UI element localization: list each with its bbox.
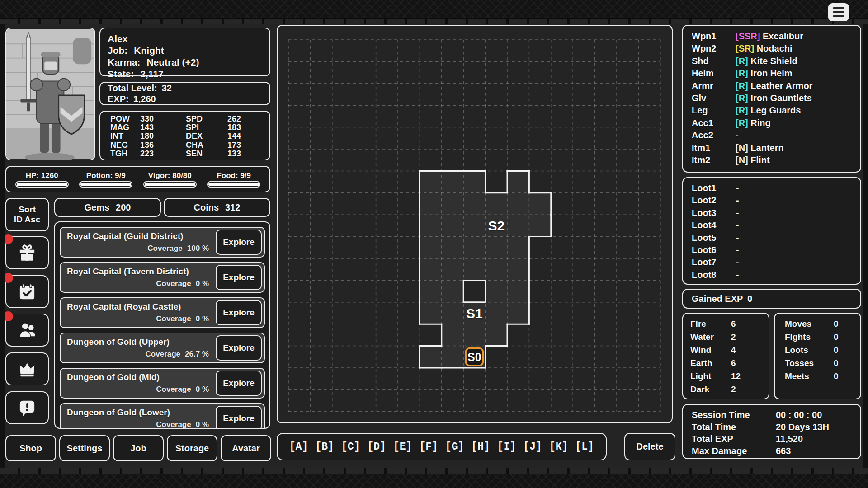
sort-button[interactable]: Sort ID Asc (5, 198, 49, 231)
rarity-tag: [SR] (736, 43, 754, 53)
map-tile (442, 237, 463, 258)
slot-h[interactable]: [H] (472, 441, 490, 453)
loot-slot: Loot1 (692, 182, 736, 194)
rarity-tag: [SSR] (736, 31, 760, 41)
stat-name: POW (110, 115, 140, 123)
map-tile (442, 258, 463, 280)
slot-d[interactable]: [D] (368, 441, 386, 453)
stat-name: TGH (110, 150, 140, 158)
job-button[interactable]: Job (113, 435, 164, 461)
stat-value: 143 (140, 123, 186, 132)
loot-value: - (736, 194, 739, 206)
element-name: Light (690, 370, 731, 383)
map-tile (486, 302, 507, 324)
rank-button[interactable] (5, 352, 49, 385)
element-value: 6 (731, 357, 736, 370)
max-damage-label: Max Damage (692, 445, 776, 457)
avatar-label: Avatar (232, 443, 260, 454)
total-time-label: Total Time (692, 421, 776, 433)
coins-button[interactable]: Coins 312 (164, 198, 270, 217)
stat-value: 183 (227, 123, 259, 132)
gems-button[interactable]: Gems 200 (54, 198, 161, 217)
slot-e[interactable]: [E] (393, 441, 412, 453)
karma-value: Neutral (+2) (146, 56, 199, 68)
map-tile (463, 324, 485, 346)
stat-name: DEX (186, 132, 227, 141)
equip-slot: Itm2 (692, 154, 736, 166)
daily-button[interactable] (5, 275, 49, 308)
alert-button[interactable] (5, 391, 49, 424)
gift-button[interactable] (5, 236, 49, 269)
coverage-label: Coverage (156, 279, 191, 288)
slot-j[interactable]: [J] (524, 441, 542, 453)
explore-button[interactable]: Explore (216, 335, 262, 361)
map-tile (463, 258, 485, 280)
notification-dot (3, 273, 13, 283)
slot-g[interactable]: [G] (445, 441, 464, 453)
map-tile (420, 215, 441, 236)
slot-i[interactable]: [I] (497, 441, 516, 453)
delete-label: Delete (636, 441, 663, 452)
equip-name: Iron Gauntlets (750, 93, 812, 103)
shop-button[interactable]: Shop (5, 435, 56, 461)
menu-button[interactable] (828, 3, 849, 21)
counter-name: Meets (785, 370, 834, 383)
coverage-label: Coverage (146, 350, 180, 359)
equip-name: Iron Helm (750, 68, 792, 78)
equip-slot: Helm (692, 67, 736, 80)
hp-label: HP: 1260 (26, 171, 58, 180)
stat-name: SPD (186, 115, 227, 123)
map-tile (507, 193, 529, 215)
counter-value: 0 (834, 370, 839, 383)
stat-value: 180 (140, 132, 186, 141)
explore-button[interactable]: Explore (216, 230, 262, 255)
rarity-tag: [R] (736, 68, 748, 78)
session-time-value: 00 : 00 : 00 (776, 409, 822, 421)
element-name: Earth (690, 357, 731, 370)
explore-button[interactable]: Explore (216, 371, 262, 396)
vigor-bar-fill (145, 183, 195, 186)
element-value: 2 (731, 330, 736, 343)
loot-slot: Loot4 (692, 219, 736, 231)
slot-l[interactable]: [L] (576, 441, 594, 453)
sort-label: Sort (19, 205, 36, 215)
ornate-frame-left (0, 24, 5, 468)
delete-button[interactable]: Delete (624, 433, 675, 460)
loot-slot: Loot8 (692, 269, 736, 281)
map-tile (529, 193, 551, 215)
rarity-tag: [R] (736, 93, 748, 103)
session-panel: Session Time00 : 00 : 00 Total Time20 Da… (682, 404, 861, 459)
equip-slot: Itm1 (692, 142, 736, 154)
storage-button[interactable]: Storage (167, 435, 217, 461)
slot-k[interactable]: [K] (549, 441, 568, 453)
social-button[interactable] (5, 314, 49, 347)
equip-slot: Leg (692, 104, 736, 117)
counter-name: Fights (785, 330, 834, 343)
map-tile (442, 302, 463, 324)
slot-a[interactable]: [A] (289, 441, 308, 453)
equip-name: Leather Armor (750, 81, 812, 91)
avatar-button[interactable]: Avatar (221, 435, 271, 461)
stats-label: Stats: (108, 68, 134, 80)
map-tile (507, 237, 529, 258)
food-label: Food: 9/9 (217, 171, 251, 180)
slot-b[interactable]: [B] (316, 441, 334, 453)
equip-name: Excalibur (763, 31, 803, 41)
equip-slot: Shd (692, 55, 736, 67)
exp-value: 1,260 (133, 94, 156, 104)
slot-c[interactable]: [C] (341, 441, 360, 453)
counter-value: 0 (834, 343, 839, 357)
explore-button[interactable]: Explore (216, 406, 262, 429)
total-level-value: 32 (162, 83, 172, 94)
element-name: Dark (690, 383, 731, 396)
loot-value: - (736, 182, 739, 194)
map-tile (463, 193, 485, 215)
slot-f[interactable]: [F] (420, 441, 438, 453)
explore-button[interactable]: Explore (216, 265, 262, 290)
food-bar-fill (208, 183, 259, 186)
stat-name: MAG (110, 123, 140, 132)
explore-button[interactable]: Explore (216, 300, 262, 325)
settings-button[interactable]: Settings (59, 435, 110, 461)
stat-value: 262 (227, 115, 259, 123)
stat-value: 330 (140, 115, 186, 123)
